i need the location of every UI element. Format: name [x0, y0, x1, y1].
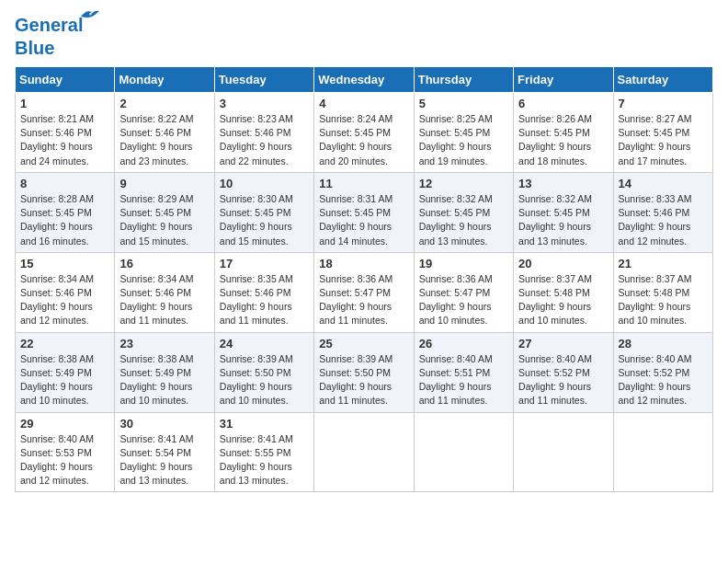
page-header: General Blue: [15, 15, 713, 59]
day-info: Sunrise: 8:22 AM Sunset: 5:46 PM Dayligh…: [119, 112, 209, 168]
logo-blue: Blue: [15, 38, 54, 59]
calendar-cell: 13Sunrise: 8:32 AM Sunset: 5:45 PM Dayli…: [514, 172, 613, 252]
day-info: Sunrise: 8:32 AM Sunset: 5:45 PM Dayligh…: [419, 192, 508, 248]
calendar-cell: 3Sunrise: 8:23 AM Sunset: 5:46 PM Daylig…: [214, 93, 313, 173]
day-number: 4: [319, 97, 408, 110]
day-number: 1: [20, 97, 109, 110]
calendar-cell: 10Sunrise: 8:30 AM Sunset: 5:45 PM Dayli…: [214, 172, 313, 252]
calendar-week-row: 1Sunrise: 8:21 AM Sunset: 5:46 PM Daylig…: [16, 93, 713, 173]
day-number: 15: [20, 257, 109, 270]
calendar-cell: 23Sunrise: 8:38 AM Sunset: 5:49 PM Dayli…: [115, 332, 214, 412]
day-number: 11: [319, 177, 408, 190]
calendar-cell: 29Sunrise: 8:40 AM Sunset: 5:53 PM Dayli…: [16, 412, 115, 492]
calendar-cell: [414, 412, 513, 492]
calendar-day-header: Saturday: [613, 67, 712, 93]
calendar-cell: 2Sunrise: 8:22 AM Sunset: 5:46 PM Daylig…: [115, 93, 214, 173]
day-info: Sunrise: 8:28 AM Sunset: 5:45 PM Dayligh…: [20, 192, 109, 248]
day-number: 22: [20, 337, 109, 350]
calendar-cell: 22Sunrise: 8:38 AM Sunset: 5:49 PM Dayli…: [16, 332, 115, 412]
logo: General Blue: [15, 15, 83, 59]
calendar-cell: 4Sunrise: 8:24 AM Sunset: 5:45 PM Daylig…: [314, 93, 414, 173]
day-info: Sunrise: 8:21 AM Sunset: 5:46 PM Dayligh…: [20, 112, 109, 168]
calendar-header-row: SundayMondayTuesdayWednesdayThursdayFrid…: [16, 67, 713, 93]
calendar-cell: 17Sunrise: 8:35 AM Sunset: 5:46 PM Dayli…: [214, 252, 313, 332]
day-number: 20: [518, 257, 608, 270]
day-info: Sunrise: 8:40 AM Sunset: 5:52 PM Dayligh…: [518, 352, 608, 408]
day-number: 10: [220, 177, 309, 190]
day-number: 21: [619, 257, 708, 270]
day-number: 24: [220, 337, 309, 350]
calendar-table: SundayMondayTuesdayWednesdayThursdayFrid…: [15, 66, 713, 492]
calendar-cell: 1Sunrise: 8:21 AM Sunset: 5:46 PM Daylig…: [16, 93, 115, 173]
calendar-cell: 18Sunrise: 8:36 AM Sunset: 5:47 PM Dayli…: [314, 252, 414, 332]
day-info: Sunrise: 8:24 AM Sunset: 5:45 PM Dayligh…: [319, 112, 408, 168]
calendar-cell: [613, 412, 712, 492]
calendar-day-header: Tuesday: [214, 67, 313, 93]
calendar-cell: [314, 412, 414, 492]
day-number: 8: [20, 177, 109, 190]
day-info: Sunrise: 8:41 AM Sunset: 5:55 PM Dayligh…: [220, 432, 309, 488]
day-info: Sunrise: 8:31 AM Sunset: 5:45 PM Dayligh…: [319, 192, 408, 248]
calendar-cell: 15Sunrise: 8:34 AM Sunset: 5:46 PM Dayli…: [16, 252, 115, 332]
day-info: Sunrise: 8:37 AM Sunset: 5:48 PM Dayligh…: [619, 272, 708, 328]
day-number: 17: [220, 257, 309, 270]
day-info: Sunrise: 8:32 AM Sunset: 5:45 PM Dayligh…: [518, 192, 608, 248]
calendar-cell: 11Sunrise: 8:31 AM Sunset: 5:45 PM Dayli…: [314, 172, 414, 252]
calendar-cell: 20Sunrise: 8:37 AM Sunset: 5:48 PM Dayli…: [514, 252, 613, 332]
calendar-cell: 12Sunrise: 8:32 AM Sunset: 5:45 PM Dayli…: [414, 172, 513, 252]
day-number: 5: [419, 97, 508, 110]
day-info: Sunrise: 8:36 AM Sunset: 5:47 PM Dayligh…: [419, 272, 508, 328]
calendar-cell: 19Sunrise: 8:36 AM Sunset: 5:47 PM Dayli…: [414, 252, 513, 332]
day-number: 9: [119, 177, 209, 190]
day-number: 3: [220, 97, 309, 110]
day-info: Sunrise: 8:35 AM Sunset: 5:46 PM Dayligh…: [220, 272, 309, 328]
calendar-day-header: Friday: [514, 67, 613, 93]
day-info: Sunrise: 8:33 AM Sunset: 5:46 PM Dayligh…: [619, 192, 708, 248]
calendar-day-header: Wednesday: [314, 67, 414, 93]
calendar-cell: 6Sunrise: 8:26 AM Sunset: 5:45 PM Daylig…: [514, 93, 613, 173]
day-info: Sunrise: 8:39 AM Sunset: 5:50 PM Dayligh…: [220, 352, 309, 408]
day-number: 23: [119, 337, 209, 350]
calendar-cell: 14Sunrise: 8:33 AM Sunset: 5:46 PM Dayli…: [613, 172, 712, 252]
day-number: 18: [319, 257, 408, 270]
logo-general: General: [15, 15, 83, 35]
day-info: Sunrise: 8:40 AM Sunset: 5:52 PM Dayligh…: [619, 352, 708, 408]
calendar-cell: 30Sunrise: 8:41 AM Sunset: 5:54 PM Dayli…: [115, 412, 214, 492]
calendar-week-row: 8Sunrise: 8:28 AM Sunset: 5:45 PM Daylig…: [16, 172, 713, 252]
day-info: Sunrise: 8:41 AM Sunset: 5:54 PM Dayligh…: [119, 432, 209, 488]
calendar-day-header: Monday: [115, 67, 214, 93]
day-number: 30: [119, 417, 209, 431]
day-number: 27: [518, 337, 608, 350]
day-info: Sunrise: 8:39 AM Sunset: 5:50 PM Dayligh…: [319, 352, 408, 408]
day-info: Sunrise: 8:26 AM Sunset: 5:45 PM Dayligh…: [518, 112, 608, 168]
day-info: Sunrise: 8:40 AM Sunset: 5:53 PM Dayligh…: [20, 432, 109, 488]
day-number: 7: [619, 97, 708, 110]
day-info: Sunrise: 8:36 AM Sunset: 5:47 PM Dayligh…: [319, 272, 408, 328]
calendar-cell: 24Sunrise: 8:39 AM Sunset: 5:50 PM Dayli…: [214, 332, 313, 412]
calendar-body: 1Sunrise: 8:21 AM Sunset: 5:46 PM Daylig…: [16, 93, 713, 492]
calendar-cell: 5Sunrise: 8:25 AM Sunset: 5:45 PM Daylig…: [414, 93, 513, 173]
calendar-week-row: 22Sunrise: 8:38 AM Sunset: 5:49 PM Dayli…: [16, 332, 713, 412]
day-info: Sunrise: 8:27 AM Sunset: 5:45 PM Dayligh…: [619, 112, 708, 168]
calendar-cell: 7Sunrise: 8:27 AM Sunset: 5:45 PM Daylig…: [613, 93, 712, 173]
day-number: 6: [518, 97, 608, 110]
day-number: 19: [419, 257, 508, 270]
day-number: 12: [419, 177, 508, 190]
day-info: Sunrise: 8:38 AM Sunset: 5:49 PM Dayligh…: [119, 352, 209, 408]
day-info: Sunrise: 8:29 AM Sunset: 5:45 PM Dayligh…: [119, 192, 209, 248]
day-number: 31: [220, 417, 309, 431]
calendar-cell: 8Sunrise: 8:28 AM Sunset: 5:45 PM Daylig…: [16, 172, 115, 252]
day-info: Sunrise: 8:38 AM Sunset: 5:49 PM Dayligh…: [20, 352, 109, 408]
day-info: Sunrise: 8:37 AM Sunset: 5:48 PM Dayligh…: [518, 272, 608, 328]
day-info: Sunrise: 8:34 AM Sunset: 5:46 PM Dayligh…: [119, 272, 209, 328]
logo-bird-icon: [79, 7, 99, 22]
calendar-cell: 21Sunrise: 8:37 AM Sunset: 5:48 PM Dayli…: [613, 252, 712, 332]
day-number: 2: [119, 97, 209, 110]
calendar-cell: 27Sunrise: 8:40 AM Sunset: 5:52 PM Dayli…: [514, 332, 613, 412]
day-info: Sunrise: 8:40 AM Sunset: 5:51 PM Dayligh…: [419, 352, 508, 408]
day-number: 26: [419, 337, 508, 350]
calendar-cell: 9Sunrise: 8:29 AM Sunset: 5:45 PM Daylig…: [115, 172, 214, 252]
calendar-week-row: 15Sunrise: 8:34 AM Sunset: 5:46 PM Dayli…: [16, 252, 713, 332]
day-number: 25: [319, 337, 408, 350]
calendar-cell: 28Sunrise: 8:40 AM Sunset: 5:52 PM Dayli…: [613, 332, 712, 412]
